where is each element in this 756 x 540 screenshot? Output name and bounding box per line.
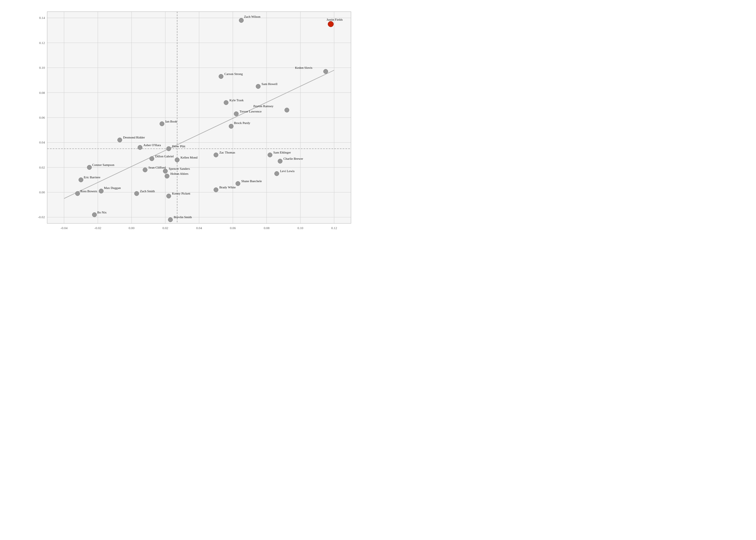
- svg-point-77: [87, 165, 91, 170]
- svg-point-67: [268, 153, 272, 157]
- svg-text:0.12: 0.12: [331, 226, 337, 230]
- svg-text:Zach Wilson: Zach Wilson: [244, 15, 260, 18]
- svg-text:0.02: 0.02: [162, 226, 168, 230]
- scatter-plot: -0.04-0.020.000.020.040.060.080.100.12-0…: [21, 9, 369, 237]
- svg-text:Kedon Slovis: Kedon Slovis: [295, 66, 312, 69]
- svg-text:Desmond Ridder: Desmond Ridder: [123, 136, 145, 139]
- svg-point-83: [275, 171, 279, 176]
- svg-text:Trevor Lawrence: Trevor Lawrence: [239, 109, 262, 113]
- svg-point-61: [117, 138, 122, 142]
- svg-text:Brady White: Brady White: [220, 186, 236, 189]
- svg-text:Carson Strong: Carson Strong: [225, 72, 243, 75]
- svg-text:0.06: 0.06: [230, 226, 236, 230]
- svg-text:0.14: 0.14: [39, 16, 45, 20]
- svg-text:0.10: 0.10: [39, 66, 45, 69]
- svg-point-99: [75, 191, 80, 196]
- svg-text:Zach Smith: Zach Smith: [140, 189, 155, 193]
- svg-text:Brevlin Smith: Brevlin Smith: [174, 215, 192, 219]
- svg-text:0.02: 0.02: [39, 166, 45, 169]
- svg-point-69: [214, 153, 218, 157]
- svg-text:Sean Clifford: Sean Clifford: [149, 166, 166, 169]
- svg-text:Holton Ahlers: Holton Ahlers: [170, 172, 188, 175]
- svg-text:-0.02: -0.02: [94, 226, 101, 230]
- svg-point-103: [168, 217, 173, 222]
- svg-text:Max Duggan: Max Duggan: [104, 186, 121, 190]
- svg-point-65: [167, 146, 171, 151]
- svg-point-81: [163, 169, 167, 173]
- svg-point-41: [328, 21, 334, 27]
- svg-text:0.10: 0.10: [297, 226, 303, 230]
- svg-point-43: [239, 18, 244, 22]
- svg-text:Kenny Pickett: Kenny Pickett: [172, 192, 191, 195]
- chart-area: -0.04-0.020.000.020.040.060.080.100.12-0…: [21, 9, 369, 237]
- svg-text:Kyle Trask: Kyle Trask: [229, 98, 244, 102]
- svg-point-73: [175, 158, 179, 162]
- svg-text:Kellen Mond: Kellen Mond: [181, 156, 198, 159]
- svg-point-51: [224, 100, 228, 105]
- svg-text:Spencer Sanders: Spencer Sanders: [169, 167, 190, 170]
- svg-point-45: [323, 69, 328, 73]
- svg-text:Charlie Brewer: Charlie Brewer: [283, 157, 303, 160]
- svg-point-71: [150, 157, 154, 161]
- svg-point-59: [160, 122, 164, 126]
- svg-text:Drew Plitt: Drew Plitt: [172, 144, 186, 148]
- svg-point-79: [143, 168, 147, 172]
- svg-text:Brock Purdy: Brock Purdy: [234, 121, 250, 125]
- svg-text:0.04: 0.04: [196, 226, 202, 230]
- svg-point-57: [229, 124, 233, 128]
- svg-point-63: [138, 145, 142, 150]
- svg-text:-0.04: -0.04: [61, 226, 68, 230]
- svg-text:0.00: 0.00: [129, 226, 135, 230]
- svg-point-75: [278, 159, 282, 163]
- svg-text:0.08: 0.08: [264, 226, 270, 230]
- svg-text:0.08: 0.08: [39, 91, 45, 94]
- svg-text:Asher O'Hara: Asher O'Hara: [143, 143, 161, 147]
- svg-text:Justin Fields: Justin Fields: [327, 18, 343, 21]
- svg-point-93: [99, 189, 103, 194]
- svg-text:Ross Bowers: Ross Bowers: [80, 189, 97, 193]
- svg-text:0.00: 0.00: [39, 191, 45, 194]
- svg-text:Shane Buechele: Shane Buechele: [241, 179, 262, 183]
- svg-point-95: [134, 191, 139, 196]
- svg-point-91: [214, 188, 218, 192]
- svg-text:Bo Nix: Bo Nix: [97, 210, 107, 214]
- svg-text:Levi Lewis: Levi Lewis: [280, 169, 294, 173]
- svg-text:Zac Thomas: Zac Thomas: [220, 151, 235, 154]
- chart-container: -0.04-0.020.000.020.040.060.080.100.12-0…: [0, 0, 378, 270]
- svg-text:Peyton Ramsey: Peyton Ramsey: [253, 104, 273, 108]
- svg-point-49: [256, 84, 260, 88]
- svg-point-101: [92, 212, 96, 217]
- svg-point-89: [236, 181, 240, 186]
- svg-text:Sam Howell: Sam Howell: [262, 82, 278, 85]
- svg-text:Sam Ehlinger: Sam Ehlinger: [273, 151, 291, 154]
- svg-text:0.06: 0.06: [39, 116, 45, 119]
- svg-point-53: [285, 108, 289, 112]
- svg-text:Eric Barriere: Eric Barriere: [83, 175, 100, 179]
- svg-point-85: [165, 174, 169, 178]
- svg-text:0.04: 0.04: [39, 141, 45, 144]
- svg-point-47: [219, 74, 223, 78]
- svg-text:Connor Sampson: Connor Sampson: [92, 163, 115, 167]
- svg-text:0.12: 0.12: [39, 41, 45, 45]
- svg-text:Ian Book: Ian Book: [165, 120, 178, 123]
- svg-point-87: [78, 178, 83, 182]
- svg-text:-0.02: -0.02: [38, 215, 45, 219]
- svg-point-55: [234, 112, 238, 116]
- svg-text:Dillon Gabriel: Dillon Gabriel: [155, 154, 174, 158]
- svg-point-97: [167, 194, 171, 198]
